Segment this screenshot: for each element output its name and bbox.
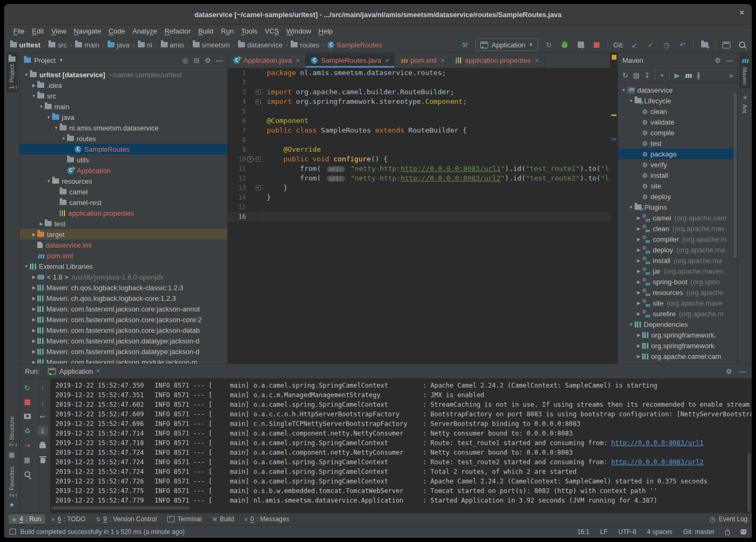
tree-item-resources[interactable]: ▼resources bbox=[20, 176, 227, 186]
code-line-16[interactable]: 16 bbox=[228, 212, 618, 221]
maven-item-dependencies[interactable]: ▼Dependencies bbox=[618, 319, 737, 330]
crumb-amis[interactable]: amis bbox=[159, 40, 186, 50]
toolwindow-button-9-version-control[interactable]: ⇅9: Version Control bbox=[92, 514, 161, 524]
expand-icon[interactable]: ▶ bbox=[30, 285, 37, 290]
expand-icon[interactable]: ▶ bbox=[635, 248, 642, 252]
toolwindow-toggle-icon[interactable] bbox=[10, 529, 16, 535]
expand-icon[interactable]: ▶ bbox=[635, 216, 642, 220]
maven-item-jar[interactable]: ▶jar(org.apache.maven bbox=[618, 266, 737, 276]
hide-panel-icon[interactable]: — bbox=[216, 57, 223, 64]
maven-item-install[interactable]: install bbox=[618, 170, 737, 180]
menu-help[interactable]: Help bbox=[315, 26, 336, 36]
coverage-button[interactable] bbox=[576, 39, 586, 50]
status-widget-lf[interactable]: LF bbox=[600, 528, 607, 536]
run-anything-button[interactable] bbox=[721, 39, 732, 50]
stripe-item-2-favorites[interactable]: 2: Favorites bbox=[6, 463, 17, 513]
tree-item-maven-com-fasterxml-jackson-datatype-jackson-d[interactable]: ▶Maven: com.fasterxml.jackson.datatype:j… bbox=[20, 346, 227, 357]
project-tree[interactable]: ▼urltest [dataservice]~/camel-samples/ur… bbox=[20, 68, 227, 364]
more-actions-icon[interactable]: » bbox=[729, 72, 733, 79]
run-maven-goal-icon[interactable]: ▶ bbox=[675, 72, 680, 79]
toolwindow-button-terminal[interactable]: Terminal bbox=[163, 514, 206, 524]
maven-item-org-apache-camel-cam[interactable]: ▶org.apache.camel:cam bbox=[618, 351, 737, 362]
down-stack-trace-icon[interactable]: ↓ bbox=[37, 397, 48, 407]
code-line-14[interactable]: 14} bbox=[228, 193, 618, 202]
close-icon[interactable]: × bbox=[441, 57, 445, 64]
clear-console-icon[interactable] bbox=[37, 455, 48, 464]
code-line-8[interactable]: 8 bbox=[228, 135, 618, 145]
expand-icon[interactable]: ▶ bbox=[635, 237, 642, 242]
scroll-to-end-icon[interactable]: ⇓ bbox=[37, 426, 48, 436]
expand-icon[interactable]: ▼ bbox=[628, 322, 635, 327]
menu-refactor[interactable]: Refactor bbox=[161, 26, 194, 36]
editor-tab-sampleroutes-java[interactable]: SampleRoutes.java× bbox=[306, 53, 395, 68]
tree-item-maven-com-fasterxml-jackson-core-jackson-annot[interactable]: ▶Maven: com.fasterxml.jackson.core:jacks… bbox=[20, 303, 227, 314]
toolwindow-button-build[interactable]: ⚒Build bbox=[208, 514, 239, 524]
maven-item-org-springframework[interactable]: ▶org.springframework. bbox=[618, 330, 737, 340]
tree-item-maven-com-fasterxml-jackson-datatype-jackson-d[interactable]: ▶Maven: com.fasterxml.jackson.datatype:j… bbox=[20, 335, 227, 346]
run-console[interactable]: 2019-12-22 15:52:47.350 INFO 8571 --- [m… bbox=[50, 379, 752, 513]
expand-icon[interactable]: ▼ bbox=[60, 136, 67, 141]
gc-icon[interactable]: ♻ bbox=[22, 426, 32, 436]
menu-edit[interactable]: Edit bbox=[28, 26, 47, 36]
maven-item-test[interactable]: test bbox=[618, 138, 737, 149]
expand-icon[interactable]: ▶ bbox=[635, 343, 642, 348]
crumb-nl[interactable]: nl bbox=[136, 40, 154, 50]
expand-icon[interactable]: ▼ bbox=[30, 94, 37, 98]
tree-item-1-8[interactable]: ▶< 1.8 >/usr/lib/jvm/java-1.8.0-openjdk bbox=[20, 272, 227, 282]
expand-icon[interactable]: ▶ bbox=[30, 83, 37, 88]
fold-marker-icon[interactable] bbox=[256, 157, 261, 162]
build-hammer-icon[interactable]: ⚒ bbox=[459, 39, 470, 50]
code-line-9[interactable]: 9 @Override bbox=[228, 145, 618, 154]
collapse-all-icon[interactable]: ⊟ bbox=[193, 57, 199, 64]
fold-marker-icon[interactable] bbox=[256, 185, 261, 191]
print-icon[interactable] bbox=[37, 440, 48, 450]
gear-icon[interactable]: ⚙ bbox=[714, 57, 721, 64]
expand-icon[interactable]: ▶ bbox=[635, 258, 642, 263]
expand-icon[interactable]: ▶ bbox=[38, 221, 45, 226]
inspection-status-square[interactable] bbox=[612, 55, 617, 60]
expand-icon[interactable]: ▼ bbox=[628, 205, 635, 210]
locate-icon[interactable]: ◎ bbox=[182, 57, 188, 64]
expand-icon[interactable]: ▼ bbox=[23, 72, 30, 77]
crumb-src[interactable]: src bbox=[47, 40, 68, 50]
tree-item-dataservice-iml[interactable]: dataservice.iml bbox=[20, 240, 227, 250]
menu-tools[interactable]: Tools bbox=[237, 26, 261, 36]
download-sources-icon[interactable]: ↧ bbox=[644, 72, 650, 79]
maven-tree[interactable]: ▼dataservice▼Lifecyclecleanvalidatecompi… bbox=[618, 83, 737, 364]
tree-item-src[interactable]: ▼src bbox=[20, 91, 227, 101]
code-editor[interactable]: 1package nl.amis.smeetsm.dataservice.rou… bbox=[228, 68, 618, 364]
expand-icon[interactable]: ▶ bbox=[635, 354, 642, 359]
maven-item-resources[interactable]: ▶resources(org.apache bbox=[618, 287, 737, 298]
generate-sources-icon[interactable]: ▤ bbox=[633, 72, 639, 79]
expand-icon[interactable]: ▶ bbox=[635, 333, 642, 338]
expand-icon[interactable]: ▼ bbox=[38, 104, 45, 109]
console-link[interactable]: http://0.0.0.0:8083/url1 bbox=[611, 439, 703, 447]
rerun-icon[interactable]: ↻ bbox=[22, 383, 32, 392]
code-line-2[interactable]: 2 bbox=[228, 78, 618, 87]
code-line-4[interactable]: 4import org.springframework.stereotype.C… bbox=[228, 97, 618, 106]
tree-item-application[interactable]: Application bbox=[20, 165, 227, 176]
close-icon[interactable]: × bbox=[385, 57, 389, 64]
menu-build[interactable]: Build bbox=[194, 26, 217, 36]
pin-icon[interactable] bbox=[22, 469, 32, 479]
info-stripe-mark[interactable] bbox=[611, 138, 617, 141]
tree-item-idea[interactable]: ▶.idea bbox=[20, 80, 227, 91]
toolwindow-button-4-run[interactable]: ▶4: Run bbox=[9, 514, 45, 524]
run-button[interactable]: ↻ bbox=[544, 39, 554, 50]
soft-wrap-icon[interactable]: ↩ bbox=[37, 412, 48, 421]
crumb-smeetsm[interactable]: smeetsm bbox=[191, 40, 232, 50]
gear-icon[interactable]: ⚙ bbox=[726, 368, 732, 375]
maven-item-surefire[interactable]: ▶surefire(org.apache.m bbox=[618, 308, 737, 319]
execute-maven-goal-icon[interactable]: m bbox=[685, 71, 692, 79]
maven-item-site[interactable]: site bbox=[618, 180, 737, 191]
code-line-6[interactable]: 6@Component bbox=[228, 116, 618, 126]
debug-button[interactable] bbox=[560, 39, 570, 50]
expand-icon[interactable]: ▶ bbox=[635, 301, 642, 306]
code-line-5[interactable]: 5 bbox=[228, 106, 618, 116]
maven-item-package[interactable]: package bbox=[618, 149, 737, 159]
tree-item-maven-ch-qos-logback-logback-classic-1-2-3[interactable]: ▶Maven: ch.qos.logback:logback-classic:1… bbox=[20, 282, 227, 293]
event-log-button[interactable]: Event Log bbox=[719, 515, 747, 523]
crumb-dataservice[interactable]: dataservice bbox=[236, 40, 284, 50]
maven-item-camel[interactable]: ▶camel(org.apache.cam bbox=[618, 212, 737, 223]
expand-icon[interactable]: ▶ bbox=[30, 339, 37, 343]
